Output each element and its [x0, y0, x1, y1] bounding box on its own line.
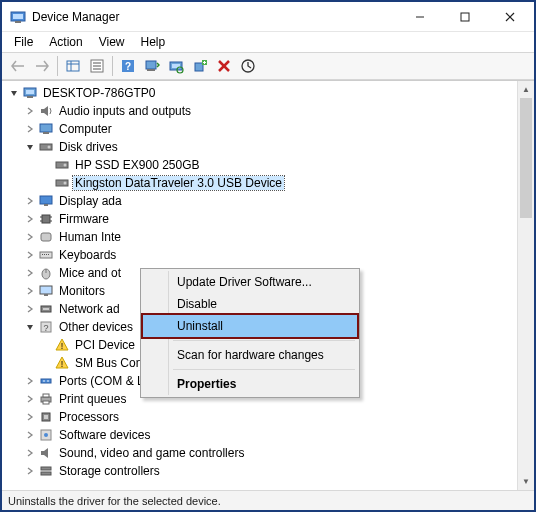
svg-rect-49	[44, 254, 45, 255]
svg-rect-30	[27, 96, 33, 98]
svg-text:!: !	[61, 341, 64, 351]
storage-icon	[38, 463, 54, 479]
device-manager-window: Device Manager File Action View Help ?	[0, 0, 536, 512]
update-driver-button[interactable]	[141, 55, 163, 77]
svg-point-64	[47, 380, 49, 382]
maximize-button[interactable]	[442, 3, 487, 31]
cm-update-driver[interactable]: Update Driver Software...	[143, 271, 357, 293]
tree-category-software-devices[interactable]: Software devices	[5, 426, 517, 444]
chevron-right-icon[interactable]	[23, 230, 37, 244]
svg-rect-51	[48, 254, 49, 255]
show-hidden-button[interactable]	[62, 55, 84, 77]
svg-rect-1	[13, 14, 23, 19]
chevron-right-icon[interactable]	[23, 194, 37, 208]
cm-uninstall[interactable]: Uninstall	[143, 315, 357, 337]
tree-category-storage[interactable]: Storage controllers	[5, 462, 517, 480]
svg-rect-2	[15, 21, 21, 23]
svg-rect-66	[43, 394, 49, 397]
software-icon	[38, 427, 54, 443]
chevron-down-icon[interactable]	[23, 140, 37, 154]
chevron-down-icon[interactable]	[7, 86, 21, 100]
cm-disable[interactable]: Disable	[143, 293, 357, 315]
vertical-scrollbar[interactable]: ▲ ▼	[517, 81, 534, 490]
tree-category-display[interactable]: Display ada	[5, 192, 517, 210]
chevron-right-icon[interactable]	[23, 122, 37, 136]
tree-category-computer[interactable]: Computer	[5, 120, 517, 138]
keyboard-icon	[38, 247, 54, 263]
menu-file[interactable]: File	[6, 33, 41, 51]
svg-rect-31	[40, 124, 52, 132]
tree-category-hid[interactable]: Human Inte	[5, 228, 517, 246]
tree-container: DESKTOP-786GTP0 Audio inputs and outputs…	[2, 80, 534, 490]
context-menu-separator	[173, 340, 355, 341]
context-menu: Update Driver Software... Disable Uninst…	[140, 268, 360, 398]
chevron-right-icon[interactable]	[23, 464, 37, 478]
menu-action[interactable]: Action	[41, 33, 90, 51]
svg-text:!: !	[61, 359, 64, 369]
chip-icon	[38, 211, 54, 227]
chevron-right-icon[interactable]	[23, 374, 37, 388]
chevron-right-icon[interactable]	[23, 266, 37, 280]
cm-scan-hardware[interactable]: Scan for hardware changes	[143, 344, 357, 366]
chevron-right-icon[interactable]	[23, 104, 37, 118]
svg-rect-7	[67, 61, 79, 71]
tree-category-keyboards[interactable]: Keyboards	[5, 246, 517, 264]
tree-category-sound[interactable]: Sound, video and game controllers	[5, 444, 517, 462]
svg-rect-40	[44, 204, 48, 206]
uninstall-button[interactable]	[213, 55, 235, 77]
add-legacy-button[interactable]	[189, 55, 211, 77]
tree-category-audio[interactable]: Audio inputs and outputs	[5, 102, 517, 120]
tree-category-processors[interactable]: Processors	[5, 408, 517, 426]
cm-properties[interactable]: Properties	[143, 373, 357, 395]
tree-category-firmware[interactable]: Firmware	[5, 210, 517, 228]
svg-rect-48	[42, 254, 43, 255]
tree-root[interactable]: DESKTOP-786GTP0	[5, 84, 517, 102]
chevron-right-icon[interactable]	[23, 410, 37, 424]
svg-point-71	[44, 433, 48, 437]
scroll-up-arrow[interactable]: ▲	[518, 81, 534, 98]
scan-hardware-button[interactable]	[237, 55, 259, 77]
audio-icon	[38, 103, 54, 119]
chevron-right-icon[interactable]	[23, 302, 37, 316]
menu-view[interactable]: View	[91, 33, 133, 51]
tree-category-disk-drives[interactable]: Disk drives	[5, 138, 517, 156]
chevron-right-icon[interactable]	[23, 284, 37, 298]
display-icon	[38, 193, 54, 209]
chevron-right-icon[interactable]	[23, 248, 37, 262]
tree-item-hp-ssd[interactable]: HP SSD EX900 250GB	[5, 156, 517, 174]
status-text: Uninstalls the driver for the selected d…	[8, 495, 221, 507]
close-button[interactable]	[487, 3, 532, 31]
back-button[interactable]	[7, 55, 29, 77]
chevron-down-icon[interactable]	[23, 320, 37, 334]
svg-rect-29	[26, 90, 34, 94]
chevron-right-icon[interactable]	[23, 212, 37, 226]
scroll-down-arrow[interactable]: ▼	[518, 473, 534, 490]
menu-bar: File Action View Help	[2, 32, 534, 52]
svg-rect-50	[46, 254, 47, 255]
tree-item-kingston-usb[interactable]: Kingston DataTraveler 3.0 USB Device	[5, 174, 517, 192]
app-icon	[10, 9, 26, 25]
monitor-icon	[38, 283, 54, 299]
svg-rect-32	[43, 132, 49, 134]
warning-icon: !	[54, 337, 70, 353]
window-title: Device Manager	[32, 10, 397, 24]
port-icon	[38, 373, 54, 389]
chevron-right-icon[interactable]	[23, 392, 37, 406]
svg-text:?: ?	[43, 323, 48, 333]
forward-button[interactable]	[31, 55, 53, 77]
mouse-icon	[38, 265, 54, 281]
svg-rect-73	[41, 472, 51, 475]
svg-rect-41	[42, 215, 50, 223]
help-button[interactable]: ?	[117, 55, 139, 77]
chevron-right-icon[interactable]	[23, 428, 37, 442]
scan-button[interactable]	[165, 55, 187, 77]
chevron-right-icon[interactable]	[23, 446, 37, 460]
svg-rect-21	[195, 63, 203, 71]
properties-button[interactable]	[86, 55, 108, 77]
menu-help[interactable]: Help	[133, 33, 174, 51]
svg-rect-55	[44, 294, 48, 296]
scroll-thumb[interactable]	[520, 98, 532, 218]
svg-rect-39	[40, 196, 52, 204]
minimize-button[interactable]	[397, 3, 442, 31]
svg-rect-57	[43, 308, 49, 310]
